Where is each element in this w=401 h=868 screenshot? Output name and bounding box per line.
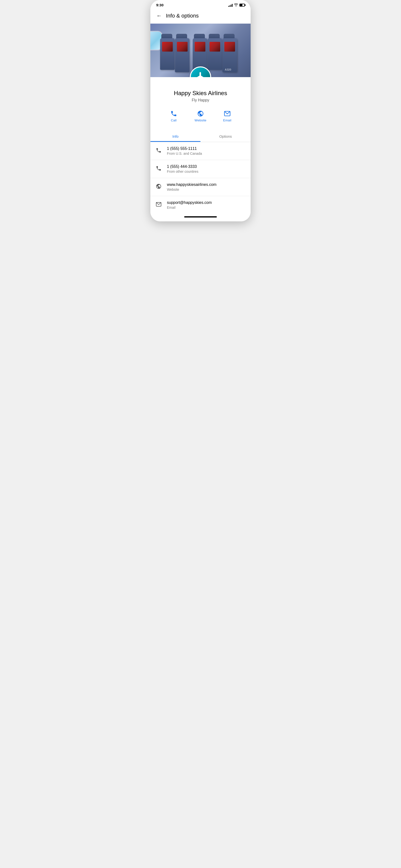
airline-name: Happy Skies Airlines <box>154 90 247 97</box>
website-label: Website <box>167 188 217 191</box>
email-label: Email <box>167 206 212 210</box>
website-button[interactable]: Website <box>192 110 209 122</box>
email-label: Email <box>223 119 232 122</box>
globe-action-icon <box>197 110 204 117</box>
email-address: support@happyskies.com <box>167 200 212 205</box>
wifi-icon <box>234 3 238 7</box>
call-label: Call <box>171 119 177 122</box>
info-item-website[interactable]: www.happyskiesairlines.com Website <box>150 178 251 196</box>
website-url: www.happyskiesairlines.com <box>167 182 217 187</box>
info-item-phone-intl[interactable]: 1 (555) 444-3333 From other countires <box>150 160 251 178</box>
phone-frame: 9:30 ← Info & options <box>150 0 251 221</box>
phone-intl-number: 1 (555) 444-3333 <box>167 164 198 169</box>
phone-intl-icon <box>155 165 162 173</box>
back-button[interactable]: ← <box>154 11 164 21</box>
website-label: Website <box>195 119 207 122</box>
tabs: Info Options <box>150 131 251 142</box>
email-action-icon <box>224 110 231 117</box>
info-list: 1 (555) 555-1111 From U.S. and Canada 1 … <box>150 142 251 214</box>
info-item-email[interactable]: support@happyskies.com Email <box>150 196 251 214</box>
back-arrow-icon: ← <box>156 13 162 19</box>
battery-icon <box>240 4 245 6</box>
airline-tagline: Fly Happy <box>154 98 247 102</box>
tab-info[interactable]: Info <box>150 131 201 142</box>
signal-icon <box>228 3 233 7</box>
email-info-icon <box>155 202 162 209</box>
website-content: www.happyskiesairlines.com Website <box>167 182 217 191</box>
email-button[interactable]: Email <box>219 110 236 122</box>
website-info-icon <box>155 183 162 191</box>
page-title: Info & options <box>166 13 199 19</box>
phone-us-content: 1 (555) 555-1111 From U.S. and Canada <box>167 147 202 155</box>
phone-us-label: From U.S. and Canada <box>167 152 202 155</box>
status-bar: 9:30 <box>150 0 251 9</box>
hero-image: A320 <box>150 24 251 77</box>
phone-action-icon <box>170 110 177 117</box>
app-bar: ← Info & options <box>150 9 251 24</box>
home-bar <box>184 216 217 217</box>
status-time: 9:30 <box>156 3 163 7</box>
action-buttons: Call Website Email <box>154 108 247 126</box>
info-item-phone-us[interactable]: 1 (555) 555-1111 From U.S. and Canada <box>150 142 251 160</box>
phone-us-icon <box>155 148 162 155</box>
tab-options[interactable]: Options <box>201 131 251 142</box>
status-icons <box>228 3 245 7</box>
phone-us-number: 1 (555) 555-1111 <box>167 147 202 151</box>
profile-section: Happy Skies Airlines Fly Happy Call Webs… <box>150 77 251 131</box>
phone-intl-label: From other countires <box>167 169 198 174</box>
airplane-logo-icon <box>194 71 207 77</box>
phone-intl-content: 1 (555) 444-3333 From other countires <box>167 164 198 174</box>
email-content: support@happyskies.com Email <box>167 200 212 210</box>
home-indicator <box>150 214 251 221</box>
call-button[interactable]: Call <box>165 110 182 122</box>
